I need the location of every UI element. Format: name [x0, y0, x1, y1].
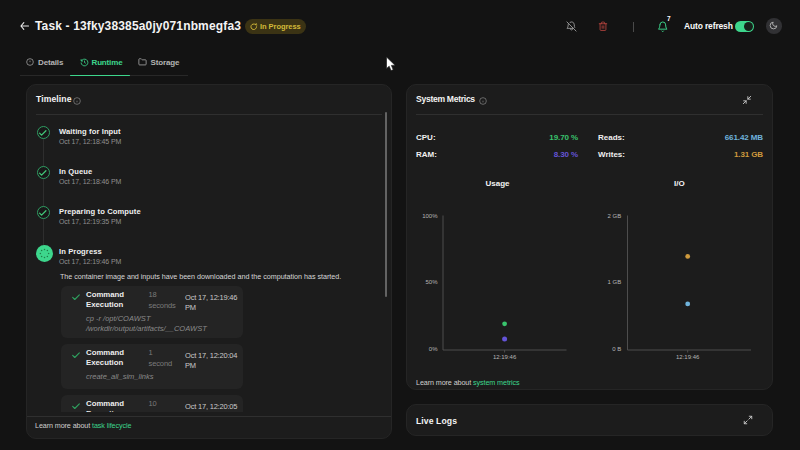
svg-text:2 GB: 2 GB [608, 213, 622, 219]
svg-text:1 GB: 1 GB [608, 279, 622, 285]
svg-text:12:19:46: 12:19:46 [676, 354, 700, 360]
svg-text:12:19:46: 12:19:46 [493, 354, 517, 360]
svg-text:50%: 50% [425, 279, 438, 285]
svg-text:0%: 0% [429, 346, 438, 352]
svg-text:100%: 100% [422, 213, 438, 219]
svg-text:0 B: 0 B [612, 346, 621, 352]
